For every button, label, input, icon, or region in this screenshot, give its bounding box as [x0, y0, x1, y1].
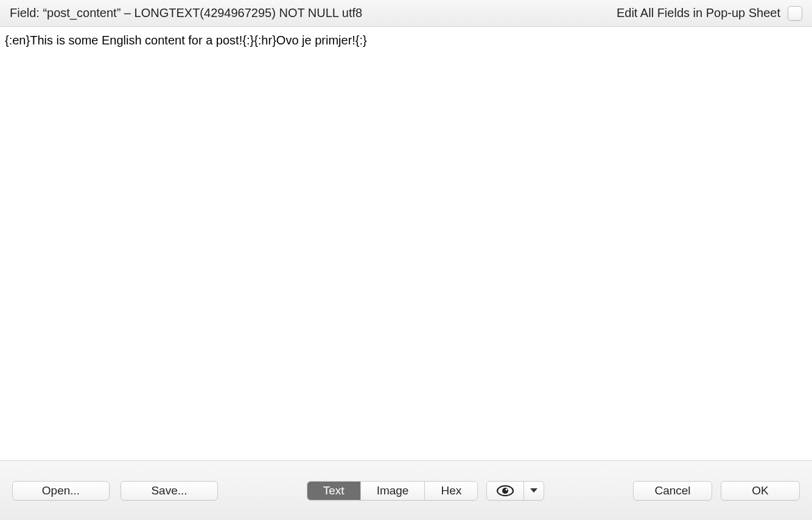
- view-mode-segmented: Text Image Hex: [307, 481, 478, 501]
- quicklook-dropdown: [486, 481, 544, 501]
- view-mode-image[interactable]: Image: [361, 482, 425, 500]
- svg-point-1: [502, 488, 508, 494]
- content-editor[interactable]: {:en}This is some English content for a …: [0, 27, 812, 460]
- edit-all-fields-checkbox[interactable]: [788, 6, 802, 21]
- ok-button[interactable]: OK: [721, 481, 800, 501]
- quicklook-button[interactable]: [487, 482, 524, 500]
- edit-all-fields-label: Edit All Fields in Pop-up Sheet: [617, 6, 780, 20]
- cancel-button[interactable]: Cancel: [633, 481, 712, 501]
- view-mode-text[interactable]: Text: [307, 482, 361, 500]
- footer-center: Text Image Hex: [307, 481, 544, 501]
- save-button[interactable]: Save...: [121, 481, 218, 501]
- footer-right: Cancel OK: [633, 481, 800, 501]
- footer-left: Open... Save...: [12, 481, 218, 501]
- svg-point-2: [506, 488, 508, 490]
- open-button[interactable]: Open...: [12, 481, 110, 501]
- header-bar: Field: “post_content” – LONGTEXT(4294967…: [0, 0, 812, 27]
- view-mode-hex[interactable]: Hex: [425, 482, 477, 500]
- field-info-label: Field: “post_content” – LONGTEXT(4294967…: [10, 6, 362, 20]
- quicklook-dropdown-arrow[interactable]: [524, 482, 544, 500]
- footer-bar: Open... Save... Text Image Hex: [0, 460, 812, 520]
- content-text[interactable]: {:en}This is some English content for a …: [5, 32, 807, 49]
- header-right: Edit All Fields in Pop-up Sheet: [617, 6, 802, 21]
- field-info: Field: “post_content” – LONGTEXT(4294967…: [10, 6, 362, 20]
- eye-icon: [497, 485, 514, 496]
- chevron-down-icon: [530, 488, 537, 493]
